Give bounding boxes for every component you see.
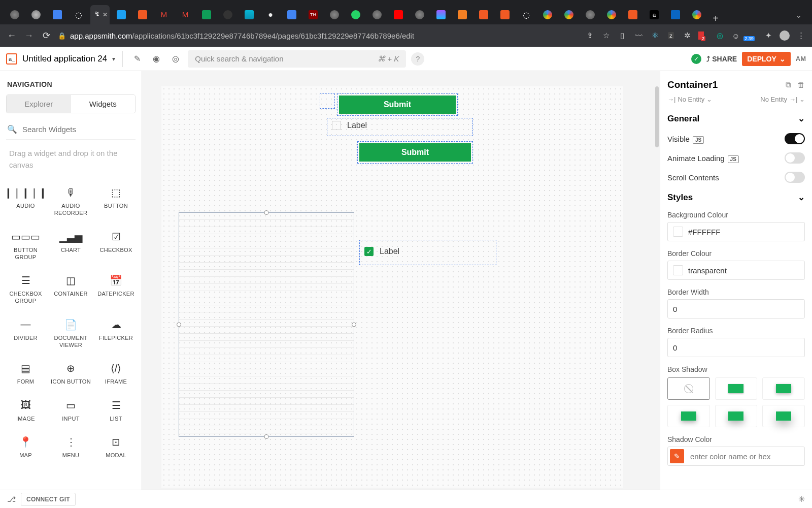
tab[interactable] — [389, 5, 408, 24]
ext-icon[interactable]: ▯ — [617, 30, 627, 41]
bg-colour-input[interactable]: #FFFFFF — [667, 222, 805, 241]
entity-outgoing[interactable]: No Entity →| ⌄ — [760, 96, 805, 103]
widget-chart[interactable]: ▁▃▅CHART — [48, 225, 93, 269]
tab[interactable] — [581, 5, 600, 24]
menu-icon[interactable]: ⋮ — [796, 30, 806, 41]
canvas[interactable]: Submit Label Submit ✓ Label — [161, 86, 623, 488]
tab[interactable] — [602, 5, 621, 24]
widget-icon-button[interactable]: ⊕ICON BUTTON — [48, 357, 93, 393]
tabs-overflow-button[interactable]: ⌄ — [791, 6, 807, 24]
user-avatar[interactable]: AM — [796, 55, 806, 62]
widget-map[interactable]: 📍MAP — [3, 430, 48, 467]
visible-toggle[interactable] — [785, 133, 805, 144]
share-icon[interactable]: ⇪ — [585, 30, 595, 41]
profile-avatar[interactable] — [780, 30, 790, 41]
js-toggle[interactable]: JS — [728, 155, 739, 163]
share-button[interactable]: ⤴SHARE — [706, 55, 737, 63]
js-toggle[interactable]: JS — [693, 136, 704, 144]
ext-icon[interactable]: 2 — [698, 30, 708, 41]
ext-icon[interactable]: 〰 — [633, 30, 644, 41]
widget-audio[interactable]: ❙❘❙❘❙AUDIO — [3, 181, 48, 225]
react-devtools-icon[interactable]: ⚛ — [650, 30, 660, 41]
button-widget[interactable]: Submit — [339, 96, 456, 114]
widget-form[interactable]: ▤FORM — [3, 357, 48, 393]
tab[interactable] — [240, 5, 259, 24]
edit-icon[interactable]: ✎ — [130, 52, 144, 66]
border-colour-input[interactable]: transparent — [667, 261, 805, 280]
ext-icon[interactable]: ◎ — [715, 30, 725, 41]
tab[interactable] — [495, 5, 515, 24]
star-icon[interactable]: ☆ — [601, 30, 611, 41]
widget-name[interactable]: Container1 — [667, 79, 718, 90]
new-tab-button[interactable]: + — [708, 13, 723, 24]
widget-audio-recorder[interactable]: 🎙AUDIO RECORDER — [48, 181, 93, 225]
debug-icon[interactable]: ✳ — [798, 494, 805, 504]
tab[interactable] — [48, 5, 67, 24]
back-button[interactable]: ← — [6, 30, 17, 41]
ext-icon[interactable]: 2.39 — [747, 30, 757, 41]
tab[interactable] — [218, 5, 238, 24]
widget-filepicker[interactable]: ☁FILEPICKER — [93, 313, 139, 357]
scrollbar[interactable] — [655, 86, 659, 147]
help-button[interactable]: ? — [411, 52, 424, 66]
widget-menu[interactable]: ⋮MENU — [48, 430, 93, 467]
widget-button[interactable]: ⬚BUTTON — [93, 181, 139, 225]
comment-icon[interactable]: ◉ — [149, 52, 163, 66]
border-width-input[interactable]: 0 — [667, 299, 805, 319]
tab[interactable] — [410, 5, 429, 24]
tab[interactable] — [112, 5, 131, 24]
tab[interactable] — [538, 5, 557, 24]
canvas-area[interactable]: Submit Label Submit ✓ Label — [142, 71, 660, 490]
address-bar[interactable]: 🔒 app.appsmith.com/applications/61bc3f12… — [58, 31, 579, 40]
widget-search[interactable]: 🔍 — [6, 119, 136, 140]
tab[interactable] — [133, 5, 152, 24]
tab[interactable]: a — [645, 5, 664, 24]
widget-container[interactable]: ◫CONTAINER — [48, 269, 93, 313]
shadow-option[interactable] — [762, 405, 805, 427]
tab[interactable] — [346, 5, 365, 24]
connect-git-button[interactable]: CONNECT GIT — [21, 493, 76, 506]
checkbox-widget[interactable]: ✓ — [364, 247, 374, 256]
animate-toggle[interactable] — [785, 152, 805, 164]
colour-swatch[interactable] — [673, 227, 683, 237]
checkbox-widget[interactable] — [332, 121, 341, 130]
ext-icon[interactable]: ☺ — [731, 30, 741, 41]
tab[interactable] — [282, 5, 301, 24]
shadow-none[interactable] — [667, 377, 710, 400]
tab-widgets[interactable]: Widgets — [71, 95, 136, 113]
tab[interactable] — [5, 5, 24, 24]
app-menu-caret[interactable]: ▾ — [112, 55, 115, 62]
pencil-icon[interactable]: ✎ — [670, 449, 684, 463]
tab[interactable] — [559, 5, 579, 24]
widget-button-group[interactable]: ▭▭▭BUTTON GROUP — [3, 225, 48, 269]
copy-icon[interactable]: ⧉ — [786, 80, 791, 89]
border-radius-input[interactable]: 0 — [667, 338, 805, 357]
scroll-toggle[interactable] — [785, 172, 805, 183]
quick-search[interactable]: Quick search & navigation ⌘ + K — [188, 50, 406, 68]
close-icon[interactable]: ✕ — [103, 11, 108, 18]
tab[interactable] — [325, 5, 344, 24]
widget-iframe[interactable]: ⟨/⟩IFRAME — [93, 357, 139, 393]
container-widget-selected[interactable] — [179, 212, 354, 437]
tab[interactable]: ● — [261, 5, 280, 24]
widget-checkbox-group[interactable]: ☰CHECKBOX GROUP — [3, 269, 48, 313]
tab[interactable] — [687, 5, 706, 24]
deploy-button[interactable]: DEPLOY⌄ — [742, 52, 791, 66]
tab-explorer[interactable]: Explorer — [7, 95, 71, 113]
widget-datepicker[interactable]: 📅DATEPICKER — [93, 269, 139, 313]
resize-handle[interactable] — [352, 323, 356, 327]
button-widget[interactable]: Submit — [359, 143, 471, 162]
shadow-color-input[interactable]: ✎ — [667, 447, 805, 466]
shadow-option[interactable] — [715, 377, 758, 400]
shadow-option[interactable] — [762, 377, 805, 400]
resize-handle[interactable] — [177, 323, 181, 327]
tab[interactable]: ◌ — [517, 5, 536, 24]
widget-checkbox[interactable]: ☑CHECKBOX — [93, 225, 139, 269]
shadow-option[interactable] — [715, 405, 758, 427]
widget-search-input[interactable] — [21, 124, 134, 134]
tab[interactable] — [26, 5, 46, 24]
resize-handle[interactable] — [264, 434, 269, 439]
tab[interactable]: M — [176, 5, 195, 24]
section-styles[interactable]: Styles⌄ — [660, 187, 812, 208]
extensions-icon[interactable]: ✦ — [763, 30, 773, 41]
